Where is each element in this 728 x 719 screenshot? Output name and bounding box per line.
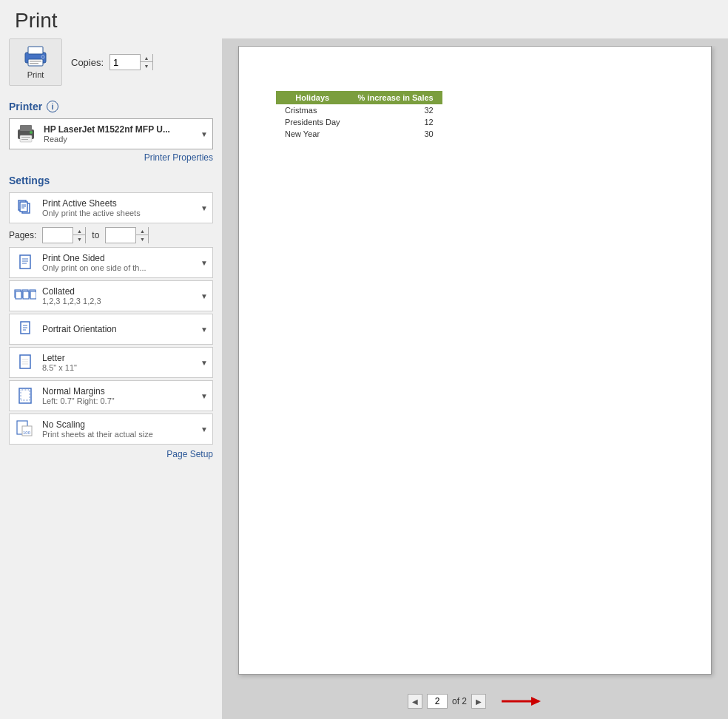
svg-point-5 (41, 55, 44, 58)
letter-title: Letter (42, 353, 198, 363)
svg-rect-1 (28, 47, 43, 54)
active-sheets-text: Print Active Sheets Only print the activ… (42, 198, 198, 217)
letter-arrow: ▼ (200, 359, 208, 367)
copies-spinner: ▲ ▼ (140, 54, 152, 70)
svg-rect-2 (28, 59, 43, 66)
active-sheets-title: Print Active Sheets (42, 198, 198, 209)
one-sided-arrow: ▼ (200, 259, 208, 267)
printer-dropdown-arrow: ▼ (200, 130, 208, 138)
no-scaling-icon: 100 (14, 418, 36, 440)
printer-device-icon (16, 124, 36, 144)
page-from-decrement[interactable]: ▼ (73, 235, 85, 243)
svg-text:100: 100 (23, 431, 31, 435)
page-to-input[interactable] (106, 228, 135, 243)
active-sheets-subtitle: Only print the active sheets (42, 209, 198, 217)
collated-title: Collated (42, 286, 198, 297)
setting-no-scaling[interactable]: 100 No Scaling Print sheets at their act… (9, 413, 213, 445)
table-row: Presidents Day 12 (276, 116, 442, 128)
svg-rect-23 (16, 291, 21, 299)
margins-title: Normal Margins (42, 386, 198, 396)
page-title: Print (0, 0, 728, 38)
table-cell-holiday-0: Cristmas (276, 104, 349, 116)
margins-arrow: ▼ (200, 392, 208, 400)
setting-collated[interactable]: Collated 1,2,3 1,2,3 1,2,3 ▼ (9, 280, 213, 311)
printer-info: HP LaserJet M1522nf MFP U... Ready (44, 124, 198, 144)
active-sheets-arrow: ▼ (200, 204, 208, 212)
svg-rect-4 (30, 63, 38, 64)
printer-info-icon[interactable]: i (47, 101, 58, 112)
page-from-increment[interactable]: ▲ (73, 227, 85, 235)
prev-page-button[interactable]: ◀ (408, 694, 422, 709)
page-to-wrap: ▲ ▼ (105, 227, 149, 243)
svg-point-11 (30, 131, 33, 134)
table-header-holidays: Holidays (276, 91, 349, 104)
print-button[interactable]: Print (9, 38, 62, 86)
margins-subtitle: Left: 0.7" Right: 0.7" (42, 396, 198, 405)
printer-status: Ready (44, 135, 198, 144)
portrait-text: Portrait Orientation (42, 324, 198, 334)
arrow-indicator (498, 692, 542, 710)
table-cell-holiday-2: New Year (276, 128, 349, 140)
letter-icon (14, 351, 36, 374)
printer-icon-wrap (14, 122, 38, 146)
preview-navigation: ◀ of 2 ▶ (229, 686, 721, 712)
one-sided-icon (14, 252, 36, 274)
no-scaling-arrow: ▼ (200, 425, 208, 433)
pages-label: Pages: (9, 230, 36, 240)
one-sided-title: Print One Sided (42, 253, 198, 263)
svg-rect-8 (20, 135, 32, 142)
printer-name: HP LaserJet M1522nf MFP U... (44, 124, 198, 135)
copies-input-wrap: ▲ ▼ (109, 54, 153, 70)
current-page-input[interactable] (427, 694, 448, 709)
svg-rect-10 (21, 139, 28, 140)
table-cell-sales-0: 32 (349, 104, 442, 116)
setting-print-active-sheets[interactable]: Print Active Sheets Only print the activ… (9, 192, 213, 223)
table-row: New Year 30 (276, 128, 442, 140)
portrait-title: Portrait Orientation (42, 324, 198, 334)
page-from-input[interactable] (43, 228, 73, 243)
settings-section-header: Settings (9, 175, 213, 186)
pages-to-label: to (92, 230, 99, 240)
next-page-button[interactable]: ▶ (471, 694, 486, 709)
setting-print-one-sided[interactable]: Print One Sided Only print on one side o… (9, 247, 213, 278)
printer-section-header: Printer i (9, 101, 213, 112)
portrait-icon (14, 318, 36, 340)
svg-rect-3 (30, 61, 41, 62)
no-scaling-text: No Scaling Print sheets at their actual … (42, 419, 198, 439)
preview-area: Holidays % increase in Sales Cristmas 32… (229, 46, 721, 686)
preview-table: Holidays % increase in Sales Cristmas 32… (276, 91, 442, 140)
page-to-increment[interactable]: ▲ (136, 227, 148, 235)
svg-rect-18 (20, 255, 30, 269)
copies-input[interactable] (110, 55, 140, 70)
letter-text: Letter 8.5" x 11" (42, 353, 198, 372)
table-cell-holiday-1: Presidents Day (276, 116, 349, 128)
setting-letter[interactable]: Letter 8.5" x 11" ▼ (9, 347, 213, 378)
portrait-arrow: ▼ (200, 325, 208, 334)
margins-text: Normal Margins Left: 0.7" Right: 0.7" (42, 386, 198, 405)
table-cell-sales-2: 30 (349, 128, 442, 140)
copies-decrement[interactable]: ▼ (141, 62, 152, 70)
page-setup-link[interactable]: Page Setup (9, 449, 213, 459)
copies-increment[interactable]: ▲ (141, 54, 152, 62)
printer-properties-link[interactable]: Printer Properties (9, 152, 213, 163)
right-panel: Holidays % increase in Sales Cristmas 32… (222, 38, 728, 719)
printer-section-label: Printer (9, 101, 42, 112)
page-to-decrement[interactable]: ▼ (136, 235, 148, 243)
print-button-area: Print Copies: ▲ ▼ (9, 38, 213, 86)
table-cell-sales-1: 12 (349, 116, 442, 128)
setting-normal-margins[interactable]: Normal Margins Left: 0.7" Right: 0.7" ▼ (9, 380, 213, 411)
printer-dropdown[interactable]: HP LaserJet M1522nf MFP U... Ready ▼ (9, 118, 213, 149)
svg-rect-7 (20, 125, 32, 131)
setting-portrait[interactable]: Portrait Orientation ▼ (9, 314, 213, 345)
letter-subtitle: 8.5" x 11" (42, 363, 198, 372)
collated-text: Collated 1,2,3 1,2,3 1,2,3 (42, 286, 198, 306)
table-header-sales: % increase in Sales (349, 91, 442, 104)
collated-arrow: ▼ (200, 292, 208, 300)
left-panel: Print Copies: ▲ ▼ Printer i (0, 38, 222, 719)
active-sheets-icon (14, 197, 36, 219)
svg-rect-9 (21, 137, 30, 138)
red-arrow-icon (498, 692, 542, 710)
page-of-label: of 2 (452, 696, 467, 706)
no-scaling-subtitle: Print sheets at their actual size (42, 430, 198, 439)
svg-marker-42 (531, 697, 541, 706)
